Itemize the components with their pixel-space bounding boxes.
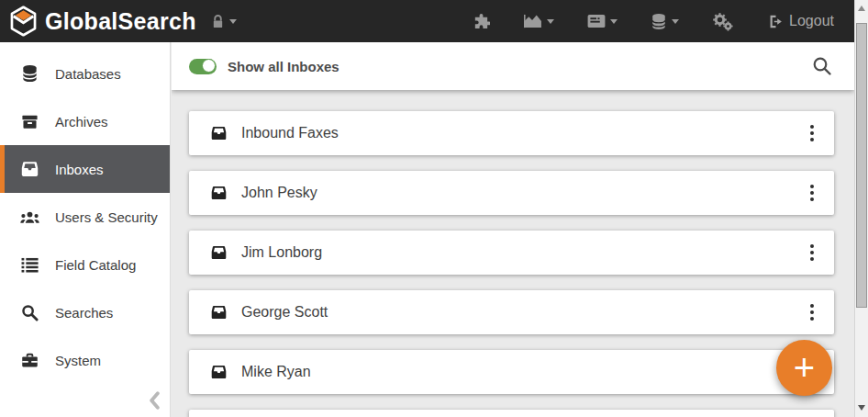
database-icon <box>651 13 667 30</box>
sidebar-item-archives[interactable]: Archives <box>0 97 170 145</box>
sidebar-item-system[interactable]: System <box>0 336 170 384</box>
database-icon <box>19 64 39 83</box>
globalsearch-app: GlobalSearch <box>0 0 854 417</box>
sidebar-item-searches[interactable]: Searches <box>0 288 170 336</box>
app-title: GlobalSearch <box>45 8 196 35</box>
sidebar-item-label: Inboxes <box>55 162 104 177</box>
lock-menu-button[interactable] <box>211 14 237 29</box>
scrollbar-thumb[interactable] <box>856 23 867 308</box>
app-logo: GlobalSearch <box>9 6 196 37</box>
content-area: Show all Inboxes Inbound Faxes <box>172 42 854 417</box>
row-menu-button[interactable] <box>805 179 819 207</box>
inbox-row-john-pesky[interactable]: John Pesky <box>189 171 834 215</box>
inbox-name: John Pesky <box>241 185 317 201</box>
nav-settings-button[interactable] <box>712 12 733 31</box>
archive-icon <box>19 113 39 130</box>
nav-databases-button[interactable] <box>651 13 679 30</box>
sidebar-item-field-catalog[interactable]: Field Catalog <box>0 241 170 288</box>
chevron-down-icon <box>547 19 554 24</box>
gears-icon <box>712 12 733 31</box>
nav-puzzle-button[interactable] <box>473 13 490 30</box>
vertical-scrollbar[interactable] <box>854 0 868 417</box>
inbox-icon <box>211 186 227 200</box>
row-menu-button[interactable] <box>805 299 819 326</box>
inbox-name: Inbound Faxes <box>241 125 339 141</box>
sidebar-collapse-button[interactable] <box>149 391 161 410</box>
sidebar-item-label: Field Catalog <box>55 257 136 273</box>
toggle-label: Show all Inboxes <box>228 59 339 74</box>
row-menu-button[interactable] <box>805 119 819 147</box>
inbox-row-jim-lonborg[interactable]: Jim Lonborg <box>189 231 834 275</box>
chevron-down-icon <box>672 19 679 24</box>
inbox-row-mike-ryan[interactable]: Mike Ryan <box>189 350 834 394</box>
inbox-icon <box>211 305 227 320</box>
top-nav-icons <box>473 12 733 31</box>
search-button[interactable] <box>812 56 832 76</box>
briefcase-icon <box>19 352 39 368</box>
sidebar-item-label: Archives <box>55 114 108 130</box>
nav-reports-button[interactable] <box>523 14 554 29</box>
area-chart-icon <box>523 14 542 29</box>
sidebar-item-users-security[interactable]: Users & Security <box>0 193 170 241</box>
toggle-knob <box>202 59 216 73</box>
sign-out-icon <box>768 14 784 29</box>
search-icon <box>19 304 39 321</box>
inbox-icon <box>211 365 227 379</box>
add-inbox-fab[interactable]: + <box>776 340 832 396</box>
inbox-icon <box>211 126 227 141</box>
inbox-row-george-scott[interactable]: George Scott <box>189 290 834 334</box>
sidebar-item-databases[interactable]: Databases <box>0 50 170 97</box>
inbox-icon <box>211 245 227 260</box>
server-list-icon <box>587 14 606 28</box>
scroll-down-arrow-icon[interactable] <box>858 405 865 411</box>
top-bar: GlobalSearch <box>0 0 854 42</box>
inbox-name: Jim Lonborg <box>241 244 322 261</box>
nav-queues-button[interactable] <box>587 14 618 28</box>
chevron-down-icon <box>610 19 618 24</box>
sidebar-item-inboxes[interactable]: Inboxes <box>0 145 170 193</box>
inbox-row-partial[interactable] <box>189 410 834 417</box>
inbox-list: Inbound Faxes John Pesky Jim Lonborg <box>172 90 854 417</box>
sidebar-item-label: Users & Security <box>55 209 158 225</box>
search-icon <box>812 56 832 76</box>
sidebar-item-label: System <box>55 353 101 368</box>
inbox-name: Mike Ryan <box>241 364 311 380</box>
sidebar-item-label: Searches <box>55 305 113 321</box>
lock-icon <box>211 14 225 29</box>
inbox-icon <box>19 161 39 177</box>
row-menu-button[interactable] <box>805 239 819 266</box>
globalsearch-logo-icon <box>9 6 38 37</box>
logout-button[interactable]: Logout <box>768 13 834 29</box>
inboxes-toolbar: Show all Inboxes <box>172 42 854 90</box>
logout-label: Logout <box>789 13 834 29</box>
chevron-left-icon <box>149 391 161 410</box>
sidebar-item-label: Databases <box>55 66 121 82</box>
users-icon <box>19 210 39 224</box>
list-icon <box>19 257 39 273</box>
scroll-up-arrow-icon[interactable] <box>858 6 865 11</box>
chevron-down-icon <box>229 19 237 24</box>
sidebar: Databases Archives Inboxes <box>0 42 171 417</box>
inbox-name: George Scott <box>241 304 328 321</box>
show-all-inboxes-toggle[interactable] <box>189 59 217 74</box>
puzzle-icon <box>473 13 490 30</box>
inbox-row-inbound-faxes[interactable]: Inbound Faxes <box>189 111 834 155</box>
